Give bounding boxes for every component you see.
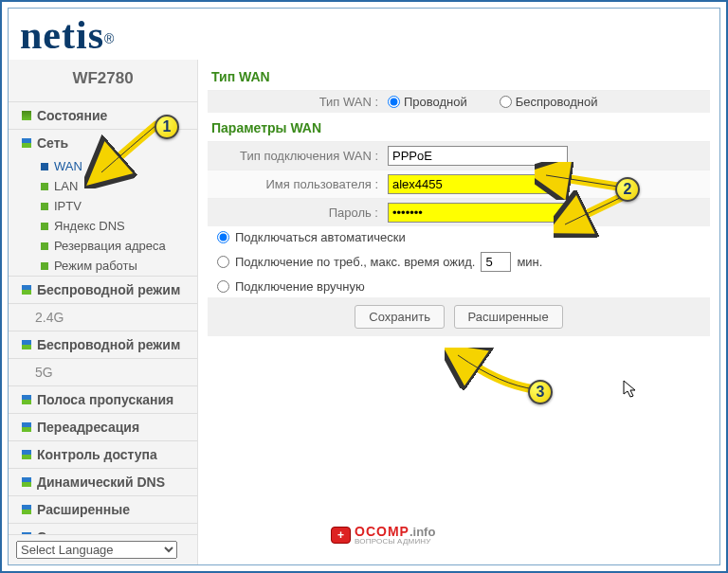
- sidebar-item-forwarding[interactable]: Переадресация: [9, 413, 197, 440]
- sidebar-item-label: Сеть: [37, 135, 68, 151]
- sidebar-sub-label: IPTV: [54, 199, 82, 213]
- sidebar-item-ddns[interactable]: Динамический DNS: [9, 468, 197, 495]
- sidebar-sub-mode[interactable]: Режим работы: [9, 256, 197, 276]
- unit-label: мин.: [517, 255, 542, 269]
- sidebar-item-label: 2.4G: [35, 310, 64, 325]
- language-select[interactable]: Select Language: [16, 541, 177, 559]
- radio-label: Подключаться автоматически: [235, 230, 406, 244]
- save-button[interactable]: Сохранить: [355, 305, 445, 329]
- sidebar-item-5g[interactable]: 5G: [9, 358, 197, 385]
- sidebar-item-bandwidth[interactable]: Полоса пропускания: [9, 385, 197, 413]
- sidebar-item-label: 5G: [35, 365, 53, 380]
- sidebar-sub-dhcp-reservation[interactable]: Резервация адреса: [9, 236, 197, 256]
- username-label: Имя пользователя :: [208, 177, 388, 191]
- conn-type-input[interactable]: [388, 146, 568, 166]
- brand-logo: netis®: [9, 9, 719, 58]
- sidebar-item-label: Переадресация: [37, 420, 139, 435]
- sidebar-sub-label: Режим работы: [54, 259, 137, 273]
- section-wan-params: Параметры WAN: [208, 113, 710, 141]
- sidebar-sub-lan[interactable]: LAN: [9, 176, 197, 196]
- advanced-button[interactable]: Расширенные: [454, 305, 563, 329]
- sidebar-item-wireless-5[interactable]: Беспроводной режим: [9, 331, 197, 358]
- watermark: + OCOMP.info ВОПРОСЫ АДМИНУ: [331, 524, 435, 546]
- sidebar-item-label: Полоса пропускания: [37, 392, 173, 407]
- watermark-sub: ВОПРОСЫ АДМИНУ: [355, 537, 435, 546]
- radio-label: Проводной: [404, 95, 467, 109]
- sidebar-item-system[interactable]: Система: [9, 523, 197, 534]
- connect-manual[interactable]: Подключение вручную: [208, 276, 710, 297]
- sidebar-sub-label: Резервация адреса: [54, 239, 166, 253]
- connect-auto[interactable]: Подключаться автоматически: [208, 226, 710, 248]
- radio-label: Беспроводной: [516, 95, 598, 109]
- model-label: WF2780: [9, 60, 197, 101]
- sidebar-sub-label: Яндекс DNS: [54, 219, 125, 233]
- radio-label: Подключение вручную: [235, 279, 365, 294]
- section-wan-type: Тип WAN: [208, 62, 710, 90]
- sidebar-item-wireless-24[interactable]: Беспроводной режим: [9, 276, 197, 303]
- idle-time-input[interactable]: [481, 252, 511, 272]
- sidebar-sub-iptv[interactable]: IPTV: [9, 196, 197, 216]
- sidebar-item-label: Динамический DNS: [37, 475, 165, 490]
- sidebar-item-24g[interactable]: 2.4G: [9, 303, 197, 331]
- password-input[interactable]: [388, 203, 568, 223]
- username-input[interactable]: [388, 174, 568, 194]
- sidebar-sub-wan[interactable]: WAN: [9, 156, 197, 176]
- sidebar-sub-label: LAN: [54, 179, 78, 193]
- connect-auto-radio[interactable]: [217, 231, 229, 243]
- sidebar-sub-yandex-dns[interactable]: Яндекс DNS: [9, 216, 197, 236]
- wan-type-wireless-radio[interactable]: [500, 96, 512, 108]
- wan-type-wired[interactable]: Проводной: [388, 95, 467, 109]
- content: Тип WAN Тип WAN : Проводной Беспроводной…: [198, 60, 719, 564]
- callout-2: 2: [615, 177, 640, 202]
- sidebar-item-label: Контроль доступа: [37, 447, 157, 462]
- sidebar-item-label: Состояние: [37, 108, 107, 123]
- wan-type-wireless[interactable]: Беспроводной: [500, 95, 598, 109]
- sidebar-item-label: Беспроводной режим: [37, 337, 180, 352]
- password-label: Пароль :: [208, 206, 388, 220]
- sidebar-item-advanced[interactable]: Расширенные: [9, 495, 197, 523]
- sidebar-item-label: Расширенные: [37, 502, 130, 517]
- wan-type-label: Тип WAN :: [208, 95, 388, 109]
- watermark-badge: +: [331, 527, 351, 544]
- sidebar-item-label: Беспроводной режим: [37, 282, 180, 297]
- wan-type-wired-radio[interactable]: [388, 96, 400, 108]
- sidebar-item-access-control[interactable]: Контроль доступа: [9, 440, 197, 468]
- connect-ondemand-radio[interactable]: [217, 256, 229, 268]
- callout-1: 1: [155, 115, 179, 139]
- radio-label: Подключение по треб., макс. время ожид.: [235, 255, 475, 269]
- connect-manual-radio[interactable]: [217, 280, 229, 293]
- conn-type-label: Тип подключения WAN :: [208, 149, 388, 163]
- callout-3: 3: [528, 380, 553, 404]
- connect-ondemand[interactable]: Подключение по треб., макс. время ожид.м…: [208, 248, 710, 276]
- cursor-icon: [623, 380, 638, 399]
- sidebar-sub-label: WAN: [54, 159, 82, 173]
